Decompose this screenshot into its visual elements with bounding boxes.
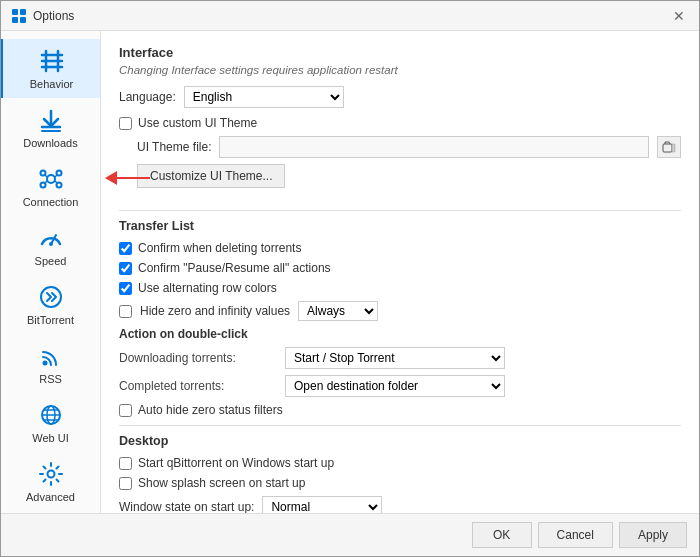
speed-icon <box>37 224 65 252</box>
svg-point-9 <box>47 175 55 183</box>
show-splash-label: Show splash screen on start up <box>138 476 305 490</box>
language-row: Language: English French German Spanish <box>119 86 681 108</box>
start-qbit-checkbox[interactable] <box>119 457 132 470</box>
sidebar-item-bittorrent[interactable]: BitTorrent <box>1 275 100 334</box>
start-qbit-row: Start qBittorrent on Windows start up <box>119 456 681 470</box>
completed-label: Completed torrents: <box>119 379 279 393</box>
downloading-row: Downloading torrents: Start / Stop Torre… <box>119 347 681 369</box>
bottom-bar: OK Cancel Apply <box>1 513 699 556</box>
sidebar-item-webui[interactable]: Web UI <box>1 393 100 452</box>
theme-file-input[interactable] <box>219 136 649 158</box>
alternating-label: Use alternating row colors <box>138 281 277 295</box>
sidebar-label-webui: Web UI <box>32 432 68 444</box>
sidebar-item-advanced[interactable]: Advanced <box>1 452 100 511</box>
main-panel: Interface Changing Interface settings re… <box>101 31 699 513</box>
start-qbit-label: Start qBittorrent on Windows start up <box>138 456 334 470</box>
downloading-select[interactable]: Start / Stop Torrent Open Pause Remove <box>285 347 505 369</box>
main-content: Behavior Downloads <box>1 31 699 513</box>
close-button[interactable]: ✕ <box>669 8 689 24</box>
theme-file-label: UI Theme file: <box>137 140 211 154</box>
sidebar-label-speed: Speed <box>35 255 67 267</box>
custom-theme-label: Use custom UI Theme <box>138 116 257 130</box>
separator-2 <box>119 425 681 426</box>
auto-hide-checkbox[interactable] <box>119 404 132 417</box>
confirm-delete-row: Confirm when deleting torrents <box>119 241 681 255</box>
svg-line-15 <box>55 175 57 177</box>
arrow-pointer <box>105 171 150 188</box>
svg-point-13 <box>56 183 61 188</box>
svg-rect-3 <box>20 17 26 23</box>
svg-point-12 <box>40 183 45 188</box>
svg-rect-0 <box>12 9 18 15</box>
confirm-delete-label: Confirm when deleting torrents <box>138 241 301 255</box>
customize-area: Customize UI Theme... <box>119 164 681 200</box>
sidebar-item-rss[interactable]: RSS <box>1 334 100 393</box>
downloading-label: Downloading torrents: <box>119 351 279 365</box>
behavior-icon <box>38 47 66 75</box>
confirm-pause-checkbox[interactable] <box>119 262 132 275</box>
svg-rect-2 <box>12 17 18 23</box>
svg-rect-29 <box>672 144 675 152</box>
svg-point-11 <box>56 171 61 176</box>
interface-title: Interface <box>119 45 681 60</box>
svg-point-10 <box>40 171 45 176</box>
bittorrent-icon <box>37 283 65 311</box>
transfer-list-title: Transfer List <box>119 219 681 233</box>
svg-point-21 <box>42 361 47 366</box>
desktop-title: Desktop <box>119 434 681 448</box>
options-window: Options ✕ Behavior <box>0 0 700 557</box>
sidebar-label-advanced: Advanced <box>26 491 75 503</box>
browse-button[interactable] <box>657 136 681 158</box>
sidebar-item-connection[interactable]: Connection <box>1 157 100 216</box>
hide-zero-checkbox[interactable] <box>119 305 132 318</box>
ok-button[interactable]: OK <box>472 522 532 548</box>
language-label: Language: <box>119 90 176 104</box>
hide-zero-select[interactable]: Always Never When active <box>298 301 378 321</box>
sidebar-item-speed[interactable]: Speed <box>1 216 100 275</box>
language-select[interactable]: English French German Spanish <box>184 86 344 108</box>
apply-button[interactable]: Apply <box>619 522 687 548</box>
sidebar-item-downloads[interactable]: Downloads <box>1 98 100 157</box>
downloads-icon <box>37 106 65 134</box>
custom-theme-row: Use custom UI Theme <box>119 116 681 130</box>
hide-zero-label: Hide zero and infinity values <box>140 304 290 318</box>
connection-icon <box>37 165 65 193</box>
sidebar-label-bittorrent: BitTorrent <box>27 314 74 326</box>
rss-icon <box>37 342 65 370</box>
svg-point-19 <box>49 242 53 246</box>
customize-ui-theme-button[interactable]: Customize UI Theme... <box>137 164 285 188</box>
webui-icon <box>37 401 65 429</box>
svg-line-17 <box>55 181 57 183</box>
window-state-select[interactable]: Normal Minimized Maximized <box>262 496 382 513</box>
window-state-row: Window state on start up: Normal Minimiz… <box>119 496 681 513</box>
sidebar: Behavior Downloads <box>1 31 101 513</box>
interface-subtitle: Changing Interface settings requires app… <box>119 64 681 76</box>
alternating-row: Use alternating row colors <box>119 281 681 295</box>
sidebar-item-behavior[interactable]: Behavior <box>1 39 100 98</box>
hide-zero-row: Hide zero and infinity values Always Nev… <box>119 301 681 321</box>
advanced-icon <box>37 460 65 488</box>
sidebar-label-rss: RSS <box>39 373 62 385</box>
title-bar: Options ✕ <box>1 1 699 31</box>
confirm-pause-row: Confirm "Pause/Resume all" actions <box>119 261 681 275</box>
show-splash-row: Show splash screen on start up <box>119 476 681 490</box>
show-splash-checkbox[interactable] <box>119 477 132 490</box>
action-double-click-title: Action on double-click <box>119 327 681 341</box>
custom-theme-checkbox[interactable] <box>119 117 132 130</box>
confirm-delete-checkbox[interactable] <box>119 242 132 255</box>
svg-rect-1 <box>20 9 26 15</box>
window-title: Options <box>33 9 74 23</box>
alternating-checkbox[interactable] <box>119 282 132 295</box>
auto-hide-label: Auto hide zero status filters <box>138 403 283 417</box>
svg-rect-28 <box>663 144 672 152</box>
confirm-pause-label: Confirm "Pause/Resume all" actions <box>138 261 331 275</box>
separator-1 <box>119 210 681 211</box>
svg-line-14 <box>45 175 47 177</box>
svg-marker-30 <box>105 171 117 185</box>
auto-hide-row: Auto hide zero status filters <box>119 403 681 417</box>
window-state-label: Window state on start up: <box>119 500 254 513</box>
sidebar-label-behavior: Behavior <box>30 78 73 90</box>
completed-select[interactable]: Open destination folder Start / Stop Tor… <box>285 375 505 397</box>
cancel-button[interactable]: Cancel <box>538 522 613 548</box>
completed-row: Completed torrents: Open destination fol… <box>119 375 681 397</box>
